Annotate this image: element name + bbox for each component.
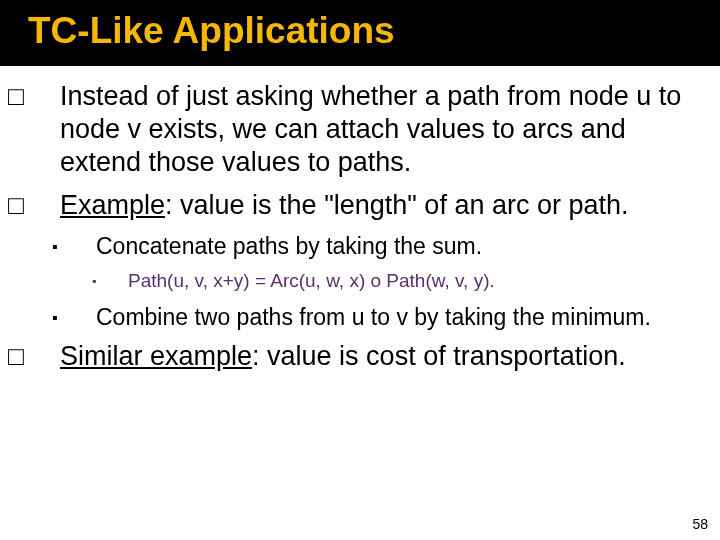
slide-body: □Instead of just asking whether a path f… xyxy=(0,66,720,373)
subsubbullet-text: Path(u, v, x+y) = Arc(u, w, x) o Path(w,… xyxy=(128,270,495,291)
bullet-rest: : value is the "length" of an arc or pat… xyxy=(165,190,628,220)
page-number: 58 xyxy=(692,516,708,532)
bullet-example: □Example: value is the "length" of an ar… xyxy=(34,189,690,222)
bullet-rest: : value is cost of transportation. xyxy=(252,341,626,371)
solid-square-icon: ▪ xyxy=(74,308,96,328)
subbullet-concatenate: ▪Concatenate paths by taking the sum. xyxy=(74,232,690,261)
title-bar: TC-Like Applications xyxy=(0,0,720,66)
subsubbullet-path-formula: ▪Path(u, v, x+y) = Arc(u, w, x) o Path(w… xyxy=(110,269,690,294)
bullet-similar-example: □Similar example: value is cost of trans… xyxy=(34,340,690,373)
bullet-instead: □Instead of just asking whether a path f… xyxy=(34,80,690,179)
subbullet-text: Concatenate paths by taking the sum. xyxy=(96,233,482,259)
subbullet-combine: ▪Combine two paths from u to v by taking… xyxy=(74,303,690,332)
solid-square-icon: ▪ xyxy=(74,237,96,257)
solid-square-icon: ▪ xyxy=(110,274,128,290)
subbullet-text: Combine two paths from u to v by taking … xyxy=(96,304,651,330)
hollow-square-icon: □ xyxy=(34,190,60,222)
bullet-label: Similar example xyxy=(60,341,252,371)
bullet-text: Instead of just asking whether a path fr… xyxy=(60,81,681,177)
slide-title: TC-Like Applications xyxy=(28,10,720,52)
bullet-label: Example xyxy=(60,190,165,220)
hollow-square-icon: □ xyxy=(34,81,60,113)
hollow-square-icon: □ xyxy=(34,341,60,373)
